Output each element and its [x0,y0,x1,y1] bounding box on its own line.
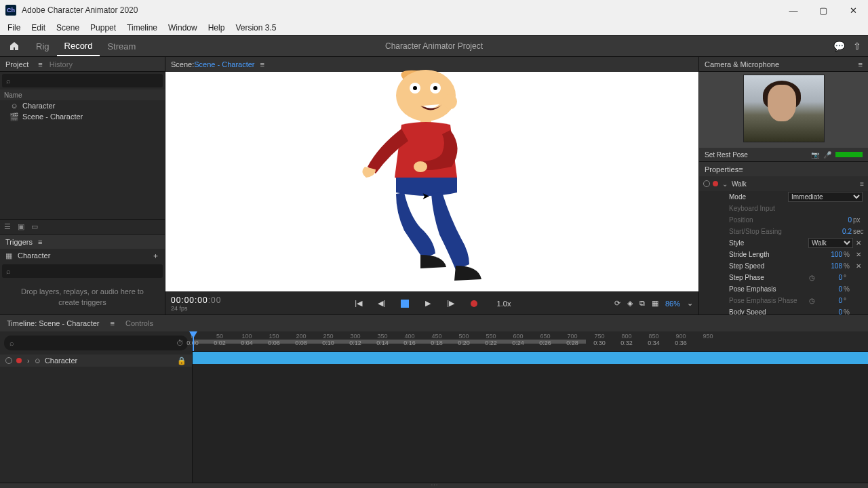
cycle-icon[interactable]: ⟳ [614,299,620,308]
arm-for-record-toggle[interactable] [713,181,718,186]
menu-window[interactable]: Window [163,22,202,34]
camera-toggle-icon[interactable]: 📷 [811,151,819,159]
snapping-icon[interactable]: ◈ [627,299,633,308]
tab-stream[interactable]: Stream [100,37,143,56]
prop-value[interactable]: 0 [818,308,842,314]
zoom-dropdown-icon[interactable]: ⌄ [687,299,693,308]
prop-value[interactable]: 0.2 [827,228,852,235]
reset-icon[interactable]: ✕ [856,262,863,270]
playback-bar: 00:00:00:00 24 fps |◀ ◀| ▶ |▶ 1.0x ⟳ ◈ ⧉… [165,291,698,314]
camera-panel-title[interactable]: Camera & Microphone [705,60,779,68]
timeline-tracks-header: ⌕⏱ › ☺ Character 🔒 [0,331,193,483]
prop-label: Start/Stop Easing [729,228,827,235]
panel-menu-icon[interactable]: ≡ [38,60,42,68]
chat-icon[interactable]: 💬 [833,41,845,52]
menu-file[interactable]: File [3,22,25,34]
checkerboard-icon[interactable]: ▦ [652,299,658,308]
onion-skin-icon[interactable]: ⧉ [639,299,645,308]
webcam-feed [743,75,825,142]
folder-icon[interactable]: ▣ [18,222,24,231]
tab-rig[interactable]: Rig [28,37,57,56]
triggers-title[interactable]: Triggers [5,238,33,246]
prop-value[interactable]: 108 [818,262,842,270]
behavior-walk-header[interactable]: ⌄ Walk ≡ [699,176,868,191]
controls-tab[interactable]: Controls [125,319,153,327]
mode-select[interactable]: Immediate [788,192,863,202]
stop-button[interactable] [399,298,410,309]
add-trigger-button[interactable]: ＋ [152,251,159,261]
timeline-tracks-area[interactable]: 00:00500:021000:041500:062000:082500:103… [193,331,868,483]
properties-title[interactable]: Properties [705,165,738,174]
panel-menu-icon[interactable]: ≡ [260,60,264,68]
prop-label: Position [729,216,827,224]
collapse-icon[interactable]: ⌄ [722,180,728,188]
prop-row: Pose Emphasis Phase◷0° [699,295,868,306]
maximize-button[interactable]: ▢ [808,0,838,20]
prop-unit: % [844,285,853,293]
menu-help[interactable]: Help [203,22,230,34]
menu-scene[interactable]: Scene [52,22,84,34]
menu-version[interactable]: Version 3.5 [231,22,281,34]
project-item-scene[interactable]: 🎬 Scene - Character [0,111,165,122]
timeline-ruler[interactable]: 00:00500:021000:041500:062000:082500:103… [193,331,868,352]
timecode[interactable]: 00:00:00 [171,296,208,305]
zoom-value[interactable]: 86% [665,300,680,308]
prop-value[interactable]: 0 [818,285,842,293]
tag-icon[interactable]: ▭ [31,222,38,231]
history-tab[interactable]: History [50,60,73,68]
stopwatch-icon[interactable]: ⏱ [176,339,184,347]
menu-puppet[interactable]: Puppet [85,22,121,34]
playback-speed[interactable]: 1.0x [497,300,511,308]
set-rest-pose-button[interactable]: Set Rest Pose [705,151,748,159]
project-search[interactable]: ⌕ [2,74,163,87]
mic-toggle-icon[interactable]: 🎤 [823,151,831,159]
arm-for-record-toggle[interactable] [16,358,22,363]
step-forward-button[interactable]: |▶ [446,298,456,309]
scene-viewport[interactable]: ➤ [165,72,698,291]
playhead[interactable] [193,331,194,351]
triggers-character-row[interactable]: ▦ Character ＋ [0,249,165,262]
triggers-search[interactable]: ⌕ [2,264,163,278]
menu-timeline[interactable]: Timeline [122,22,162,34]
project-tab[interactable]: Project [5,60,28,68]
go-to-start-button[interactable]: |◀ [353,298,364,309]
list-view-icon[interactable]: ☰ [4,222,11,231]
project-item-character[interactable]: ☺ Character [0,100,165,111]
reset-icon[interactable]: ✕ [856,239,863,247]
home-button[interactable] [7,39,22,54]
prop-value[interactable]: 100 [818,251,842,258]
panel-menu-icon[interactable]: ≡ [859,60,863,68]
prop-value[interactable]: 0 [827,216,852,224]
record-button[interactable] [469,298,479,309]
panel-menu-icon[interactable]: ≡ [738,165,743,174]
menu-edit[interactable]: Edit [26,22,50,34]
visibility-toggle[interactable] [5,357,12,364]
panel-menu-icon[interactable]: ≡ [111,319,115,327]
behavior-menu-icon[interactable]: ≡ [860,180,864,188]
minimize-button[interactable]: — [778,0,808,20]
tab-record[interactable]: Record [57,37,100,56]
scene-panel: Scene: Scene - Character ≡ [165,57,698,314]
scene-name-link[interactable]: Scene - Character [194,60,254,68]
clock-icon[interactable]: ◷ [809,297,815,304]
play-button[interactable]: ▶ [422,298,433,309]
timeline-search[interactable]: ⌕⏱ [4,336,188,350]
track-character[interactable]: › ☺ Character 🔒 [0,354,192,367]
panel-menu-icon[interactable]: ≡ [38,238,42,246]
track-clip[interactable] [193,352,868,364]
prop-row: Stride Length100%✕ [699,249,868,260]
share-icon[interactable]: ⇧ [853,41,861,52]
prop-value[interactable]: 0 [818,297,842,304]
prop-value[interactable]: 0 [818,274,842,281]
style-select[interactable]: Walk [808,238,853,248]
lock-icon[interactable]: 🔒 [177,357,186,365]
clock-icon[interactable]: ◷ [809,274,815,281]
timeline-tab[interactable]: Timeline: Scene - Character [7,319,100,327]
project-column-name[interactable]: Name [0,89,165,100]
close-button[interactable]: ✕ [838,0,868,20]
resize-handle[interactable]: ⋯ [0,483,868,488]
visibility-toggle[interactable] [703,180,710,187]
reset-icon[interactable]: ✕ [856,251,863,258]
expand-icon[interactable]: › [27,357,30,365]
step-back-button[interactable]: ◀| [376,298,387,309]
